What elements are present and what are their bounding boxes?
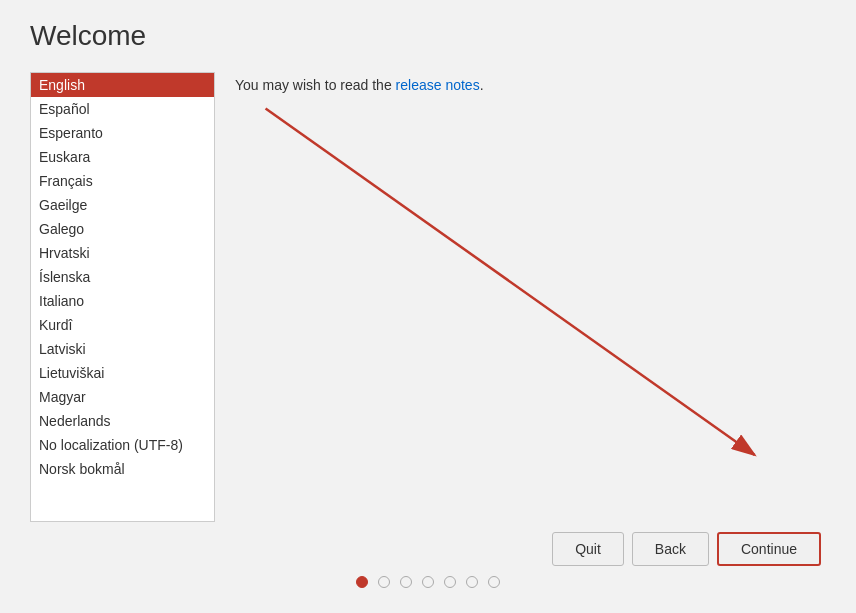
language-item-islenska[interactable]: Íslenska (31, 265, 214, 289)
dot-0[interactable] (356, 576, 368, 588)
arrow-overlay (235, 72, 826, 522)
language-item-galego[interactable]: Galego (31, 217, 214, 241)
dot-5[interactable] (466, 576, 478, 588)
page-title: Welcome (30, 20, 826, 52)
dot-6[interactable] (488, 576, 500, 588)
quit-button[interactable]: Quit (552, 532, 624, 566)
language-item-norsk-bokmal[interactable]: Norsk bokmål (31, 457, 214, 481)
language-item-francais[interactable]: Français (31, 169, 214, 193)
language-item-magyar[interactable]: Magyar (31, 385, 214, 409)
language-item-nederlands[interactable]: Nederlands (31, 409, 214, 433)
dot-2[interactable] (400, 576, 412, 588)
bottom-section: Quit Back Continue (30, 522, 826, 593)
language-item-latviski[interactable]: Latviski (31, 337, 214, 361)
language-item-kurdi[interactable]: Kurdî (31, 313, 214, 337)
release-notes-link[interactable]: release notes (396, 77, 480, 93)
language-item-espanol[interactable]: Español (31, 97, 214, 121)
language-item-euskara[interactable]: Euskara (31, 145, 214, 169)
dot-3[interactable] (422, 576, 434, 588)
dots-row (356, 576, 500, 593)
dot-1[interactable] (378, 576, 390, 588)
page-container: Welcome EnglishEspañolEsperantoEuskaraFr… (0, 0, 856, 613)
svg-line-1 (266, 108, 755, 454)
welcome-text: You may wish to read the release notes. (235, 77, 826, 93)
language-item-gaeilge[interactable]: Gaeilge (31, 193, 214, 217)
language-item-no-localization[interactable]: No localization (UTF-8) (31, 433, 214, 457)
continue-button[interactable]: Continue (717, 532, 821, 566)
language-list: EnglishEspañolEsperantoEuskaraFrançaisGa… (31, 73, 214, 481)
language-item-english[interactable]: English (31, 73, 214, 97)
back-button[interactable]: Back (632, 532, 709, 566)
language-item-esperanto[interactable]: Esperanto (31, 121, 214, 145)
right-panel: You may wish to read the release notes. (235, 72, 826, 522)
language-list-container[interactable]: EnglishEspañolEsperantoEuskaraFrançaisGa… (30, 72, 215, 522)
buttons-row: Quit Back Continue (30, 532, 826, 566)
dot-4[interactable] (444, 576, 456, 588)
language-item-lietuviski[interactable]: Lietuviškai (31, 361, 214, 385)
language-item-italiano[interactable]: Italiano (31, 289, 214, 313)
main-content: EnglishEspañolEsperantoEuskaraFrançaisGa… (30, 72, 826, 522)
language-item-hrvatski[interactable]: Hrvatski (31, 241, 214, 265)
